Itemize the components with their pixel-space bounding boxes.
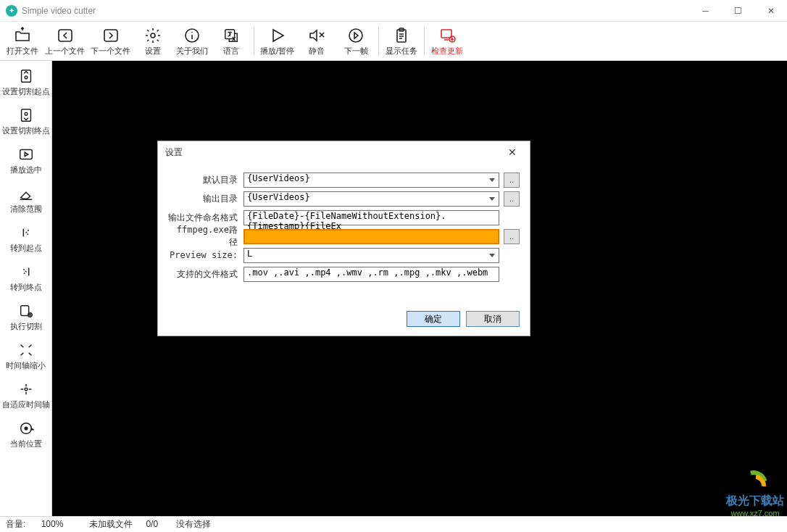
volume-value: 100%	[41, 519, 64, 529]
browse-ffmpeg[interactable]: ..	[504, 229, 520, 244]
prev-icon	[56, 26, 75, 45]
close-button[interactable]: ✕	[754, 0, 787, 22]
mute-button[interactable]: 静音	[297, 23, 336, 59]
eraser-icon	[17, 184, 36, 203]
status-noselect: 没有选择	[176, 519, 211, 529]
set-start-icon	[17, 67, 36, 86]
label-output-dir: 输出目录	[168, 193, 243, 205]
set-end-icon	[17, 106, 36, 125]
svg-rect-15	[20, 306, 28, 316]
play-pause-button[interactable]: 播放/暂停	[257, 23, 297, 59]
gear-icon	[143, 26, 162, 45]
timeline-zoom-button[interactable]: 时间轴缩小	[1, 336, 51, 375]
label-formats: 支持的文件格式	[168, 268, 243, 280]
toolbar-separator	[424, 27, 425, 56]
status-file: 未加载文件	[89, 518, 133, 531]
titlebar: ✦ Simple video cutter ─ ☐ ✕	[0, 0, 787, 22]
label-preview: Preview size:	[168, 250, 243, 260]
set-start-button[interactable]: 设置切割起点	[1, 62, 51, 101]
svg-point-17	[25, 388, 28, 391]
input-output-dir[interactable]: {UserVideos}	[243, 191, 499, 207]
settings-dialog: 设置 ✕ 默认目录 {UserVideos} .. 输出目录 {UserVide…	[157, 141, 530, 336]
language-button[interactable]: 语言	[212, 23, 251, 59]
label-default-dir: 默认目录	[168, 174, 243, 186]
target-icon	[17, 419, 36, 438]
input-preview[interactable]: L	[243, 248, 499, 263]
next-icon	[101, 26, 120, 45]
browse-output-dir[interactable]: ..	[504, 191, 520, 207]
watermark-logo	[740, 467, 770, 494]
svg-point-5	[349, 29, 362, 42]
app-icon: ✦	[6, 5, 17, 17]
about-button[interactable]: 关于我们	[172, 23, 212, 59]
watermark: 极光下载站 www.xz7.com	[726, 467, 784, 518]
mute-icon	[307, 26, 326, 45]
check-update-button[interactable]: 检查更新	[428, 23, 467, 59]
play-selection-icon	[17, 145, 36, 164]
next-frame-icon	[346, 26, 365, 45]
watermark-line2: www.xz7.com	[730, 509, 779, 518]
update-icon	[438, 26, 457, 45]
left-sidebar: 设置切割起点 设置切割终点 播放选中 清除范围 转到起点 转到终点 执行切割	[0, 61, 52, 516]
dialog-title: 设置	[165, 146, 183, 159]
to-start-button[interactable]: 转到起点	[1, 219, 51, 258]
show-tasks-button[interactable]: 显示任务	[382, 23, 421, 59]
next-frame-button[interactable]: 下一帧	[336, 23, 375, 59]
play-icon	[268, 26, 287, 45]
to-end-button[interactable]: 转到终点	[1, 258, 51, 297]
label-name-fmt: 输出文件命名格式	[168, 212, 243, 224]
svg-point-11	[25, 76, 28, 79]
svg-point-2	[151, 33, 155, 38]
fit-timeline-button[interactable]: 自适应时间轴	[1, 375, 51, 415]
play-selection-button[interactable]: 播放选中	[1, 141, 51, 180]
input-ffmpeg[interactable]	[243, 229, 499, 244]
toolbar-separator	[378, 27, 379, 56]
dialog-cancel-button[interactable]: 取消	[466, 311, 520, 327]
window-title: Simple video cutter	[22, 6, 689, 16]
svg-rect-1	[104, 30, 117, 41]
maximize-button[interactable]: ☐	[722, 0, 754, 22]
clear-range-button[interactable]: 清除范围	[1, 180, 51, 219]
prev-file-button[interactable]: 上一个文件	[42, 23, 88, 59]
svg-point-13	[25, 112, 28, 115]
dialog-ok-button[interactable]: 确定	[407, 311, 460, 327]
input-formats[interactable]: .mov ,.avi ,.mp4 ,.wmv ,.rm ,.mpg ,.mkv …	[243, 267, 499, 282]
zoom-out-icon	[17, 341, 36, 359]
minimize-button[interactable]: ─	[689, 0, 722, 22]
svg-rect-0	[59, 30, 72, 41]
cut-icon	[17, 302, 36, 320]
label-ffmpeg: ffmpeg.exe路径	[168, 224, 243, 249]
set-end-button[interactable]: 设置切割终点	[1, 101, 51, 141]
main-toolbar: 打开文件 上一个文件 下一个文件 设置 关于我们 语言	[0, 22, 787, 61]
toolbar-separator	[254, 27, 254, 56]
fit-icon	[17, 380, 36, 399]
status-bar: 音量: 100% 未加载文件 0/0 没有选择	[0, 516, 787, 532]
open-file-button[interactable]: 打开文件	[3, 23, 42, 59]
dialog-close-button[interactable]: ✕	[502, 144, 522, 161]
browse-default-dir[interactable]: ..	[504, 173, 520, 188]
language-icon	[222, 26, 241, 45]
clipboard-icon	[392, 26, 411, 45]
folder-up-icon	[13, 26, 32, 45]
status-sel: 0/0	[146, 519, 158, 529]
svg-rect-14	[20, 150, 32, 159]
info-icon	[183, 26, 201, 45]
volume-label: 音量:	[6, 519, 25, 529]
next-file-button[interactable]: 下一个文件	[88, 23, 133, 59]
input-name-fmt[interactable]: {FileDate}-{FileNameWithoutExtension}.{T…	[243, 210, 499, 225]
input-default-dir[interactable]: {UserVideos}	[243, 173, 499, 188]
to-start-icon	[17, 223, 36, 242]
settings-button[interactable]: 设置	[133, 23, 172, 59]
svg-point-19	[25, 427, 28, 430]
to-end-icon	[17, 262, 36, 281]
current-pos-button[interactable]: 当前位置	[1, 415, 51, 454]
do-cut-button[interactable]: 执行切割	[1, 297, 51, 336]
